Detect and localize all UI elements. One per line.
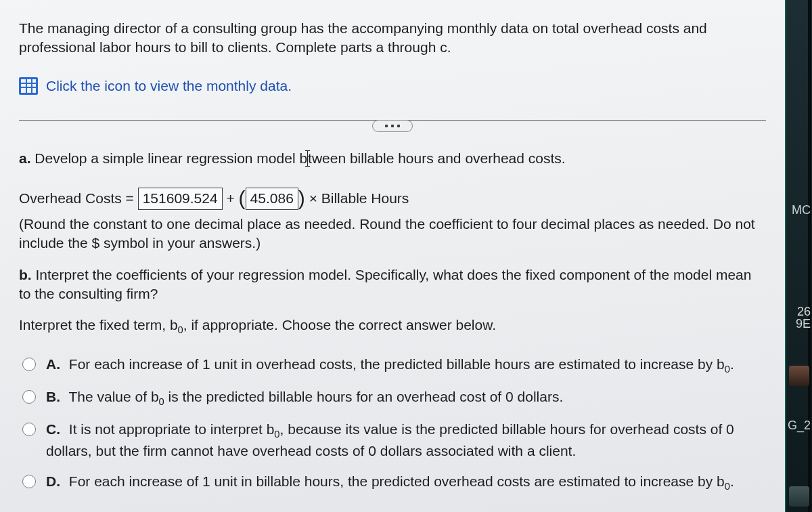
choice-a-after: .	[730, 356, 734, 372]
expand-pill[interactable]	[372, 120, 413, 132]
fragment-1: MC	[792, 203, 811, 217]
choice-a[interactable]: A. For each increase of 1 unit in overhe…	[19, 355, 766, 377]
coefficient-input[interactable]: 45.086	[246, 188, 298, 209]
choice-a-sub: 0	[725, 364, 730, 375]
text-cursor-icon	[307, 151, 308, 166]
intro-text: The managing director of a consulting gr…	[19, 20, 707, 55]
interpret-before: Interpret the fixed term, b	[19, 317, 178, 333]
choice-b-radio[interactable]	[22, 390, 36, 404]
part-a-prompt-after: tween billable hours and overhead costs.	[308, 150, 566, 166]
part-b: b. Interpret the coefficients of your re…	[19, 265, 766, 304]
choice-d-text: D. For each increase of 1 unit in billab…	[46, 472, 766, 494]
thumbnail-2[interactable]	[789, 486, 809, 507]
choice-b-text: B. The value of b0 is the predicted bill…	[46, 387, 766, 409]
choice-c-sub: 0	[274, 429, 279, 440]
choice-c-before: It is not appropriate to interpret b	[69, 421, 275, 437]
choice-c-text: C. It is not appropriate to interpret b0…	[46, 420, 766, 461]
right-sliver: MC 26 9E G_2	[785, 0, 812, 512]
choice-a-letter: A.	[46, 355, 61, 374]
question-intro: The managing director of a consulting gr…	[19, 19, 766, 58]
choice-c[interactable]: C. It is not appropriate to interpret b0…	[19, 420, 766, 461]
part-b-label: b.	[19, 267, 32, 282]
choice-d-letter: D.	[46, 472, 61, 491]
view-data-link[interactable]: Click the icon to view the monthly data.	[19, 77, 766, 95]
constant-input[interactable]: 151609.524	[138, 188, 223, 209]
fragment-4: G_2	[788, 419, 811, 433]
scrollbar[interactable]	[808, 0, 811, 512]
part-b-prompt: Interpret the coefficients of your regre…	[19, 267, 751, 301]
interpret-prompt: Interpret the fixed term, b0, if appropr…	[19, 316, 766, 337]
plus-sign: +	[226, 190, 234, 206]
paren-left: (	[239, 187, 246, 209]
interpret-sub: 0	[178, 324, 183, 335]
equation-line: Overhead Costs = 151609.524 + (45.086) ×…	[19, 183, 766, 211]
paren-right: )	[298, 187, 305, 209]
choice-b-sub: 0	[159, 397, 164, 408]
choice-d-after: .	[730, 473, 734, 489]
choice-d-sub: 0	[725, 481, 730, 492]
interpret-after: , if appropriate. Choose the correct ans…	[183, 317, 496, 333]
choice-b-before: The value of b	[68, 389, 158, 404]
part-a: a. Develop a simple linear regression mo…	[19, 148, 766, 168]
thumbnail-1[interactable]	[789, 366, 809, 386]
view-data-label: Click the icon to view the monthly data.	[46, 77, 292, 95]
eq-lhs: Overhead Costs =	[19, 190, 134, 206]
rounding-hint: (Round the constant to one decimal place…	[19, 215, 766, 253]
choice-c-radio[interactable]	[22, 423, 36, 436]
question-page: The managing director of a consulting gr…	[0, 0, 785, 512]
choice-b[interactable]: B. The value of b0 is the predicted bill…	[19, 387, 766, 409]
choice-b-after: is the predicted billable hours for an o…	[164, 389, 564, 404]
choice-a-text: A. For each increase of 1 unit in overhe…	[46, 355, 766, 377]
answer-choices: A. For each increase of 1 unit in overhe…	[19, 355, 766, 493]
choice-a-before: For each increase of 1 unit in overhead …	[69, 356, 725, 372]
fragment-3: 9E	[796, 317, 811, 331]
table-icon	[19, 77, 38, 95]
choice-b-letter: B.	[46, 387, 61, 406]
part-a-prompt-before: Develop a simple linear regression model…	[35, 150, 307, 166]
choice-d-before: For each increase of 1 unit in billable …	[69, 473, 725, 489]
choice-d-radio[interactable]	[22, 475, 36, 488]
eq-tail: × Billable Hours	[309, 190, 409, 206]
choice-c-letter: C.	[46, 420, 61, 439]
choice-a-radio[interactable]	[22, 358, 36, 371]
choice-d[interactable]: D. For each increase of 1 unit in billab…	[19, 472, 766, 494]
section-divider	[0, 120, 785, 132]
part-a-label: a.	[19, 150, 31, 166]
